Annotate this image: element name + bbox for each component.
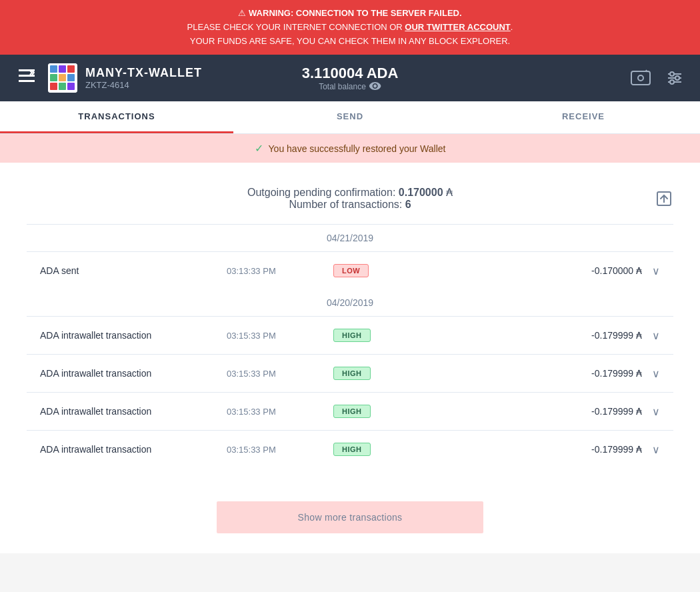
- tab-receive[interactable]: RECEIVE: [467, 101, 700, 133]
- summary-container: Outgoing pending confirmation: 0.170000 …: [27, 176, 673, 224]
- transactions-area: 04/21/2019 ADA sent 03:13:33 PM LOW -0.1…: [27, 225, 673, 468]
- success-banner: ✓ You have successfully restored your Wa…: [0, 134, 700, 163]
- tx-badge: LOW: [333, 264, 400, 277]
- table-row[interactable]: ADA intrawallet transaction 03:15:33 PM …: [27, 316, 673, 354]
- tx-time: 03:15:33 PM: [227, 331, 333, 341]
- tx-name: ADA sent: [40, 265, 227, 276]
- tx-name: ADA intrawallet transaction: [40, 444, 227, 455]
- svg-point-14: [638, 75, 643, 81]
- nav-tabs: TRANSACTIONS SEND RECEIVE: [0, 101, 700, 134]
- wallet-name: MANY-TX-WALLET: [85, 66, 202, 80]
- tx-name: ADA intrawallet transaction: [40, 330, 227, 341]
- svg-rect-6: [67, 65, 75, 73]
- success-message: You have successfully restored your Wall…: [269, 143, 446, 154]
- tab-transactions[interactable]: TRANSACTIONS: [0, 101, 233, 133]
- badge-low: LOW: [333, 264, 369, 277]
- svg-rect-12: [67, 83, 75, 90]
- warning-line2-suffix: .: [511, 22, 513, 32]
- tx-amount: -0.179999 ₳: [591, 406, 642, 417]
- tx-amount: -0.179999 ₳: [591, 330, 642, 341]
- table-row[interactable]: ADA intrawallet transaction 03:15:33 PM …: [27, 392, 673, 430]
- svg-rect-10: [50, 83, 57, 90]
- svg-rect-2: [19, 80, 35, 82]
- svg-point-19: [675, 76, 679, 80]
- svg-point-18: [670, 72, 674, 76]
- menu-icon[interactable]: [13, 69, 40, 87]
- tx-count-summary: Number of transactions: 6: [289, 199, 411, 211]
- svg-rect-1: [19, 75, 35, 77]
- svg-rect-9: [67, 74, 75, 81]
- warning-icon: ⚠: [238, 8, 246, 18]
- chevron-down-icon[interactable]: ∨: [652, 443, 660, 456]
- header-center: 3.110004 ADA Total balance: [302, 65, 399, 92]
- main-content: Outgoing pending confirmation: 0.170000 …: [0, 163, 700, 481]
- wallet-id: ZKTZ-4614: [85, 80, 202, 90]
- warning-line2-prefix: PLEASE CHECK YOUR INTERNET CONNECTION OR: [187, 22, 405, 32]
- wallet-settings-icon[interactable]: [629, 66, 653, 90]
- tx-time: 03:15:33 PM: [227, 369, 333, 379]
- chevron-down-icon[interactable]: ∨: [652, 367, 660, 380]
- tx-time: 03:15:33 PM: [227, 407, 333, 417]
- tx-badge: HIGH: [333, 367, 400, 380]
- svg-rect-5: [59, 65, 66, 73]
- badge-high: HIGH: [333, 405, 371, 418]
- badge-high: HIGH: [333, 329, 371, 342]
- show-more-button[interactable]: Show more transactions: [217, 501, 483, 533]
- tx-time: 03:15:33 PM: [227, 445, 333, 455]
- svg-rect-13: [631, 71, 650, 85]
- warning-title: WARNING: CONNECTION TO THE SERVER FAILED…: [249, 8, 461, 18]
- balance-label: Total balance: [302, 82, 399, 92]
- tx-amount: -0.170000 ₳: [591, 265, 642, 276]
- warning-line3: YOUR FUNDS ARE SAFE, YOU CAN CHECK THEM …: [13, 35, 687, 49]
- date-label: 04/20/2019: [27, 289, 673, 316]
- svg-point-20: [670, 80, 674, 84]
- header: MANY-TX-WALLET ZKTZ-4614 3.110004 ADA To…: [0, 55, 700, 101]
- show-more-container: Show more transactions: [0, 481, 700, 553]
- warning-banner: ⚠ WARNING: CONNECTION TO THE SERVER FAIL…: [0, 0, 700, 55]
- pending-amount: 0.170000: [399, 187, 443, 198]
- balance-amount: 3.110004 ADA: [302, 65, 399, 82]
- badge-high: HIGH: [333, 367, 371, 380]
- tx-badge: HIGH: [333, 443, 400, 456]
- table-row[interactable]: ADA intrawallet transaction 03:15:33 PM …: [27, 430, 673, 468]
- export-icon[interactable]: [655, 189, 673, 211]
- table-row[interactable]: ADA intrawallet transaction 03:15:33 PM …: [27, 354, 673, 392]
- tx-time: 03:13:33 PM: [227, 266, 333, 276]
- twitter-link[interactable]: OUR TWITTER ACCOUNT: [405, 22, 510, 32]
- tx-amount: -0.179999 ₳: [591, 444, 642, 455]
- tx-name: ADA intrawallet transaction: [40, 406, 227, 417]
- success-icon: ✓: [255, 142, 263, 155]
- tab-send[interactable]: SEND: [233, 101, 467, 133]
- svg-rect-7: [50, 74, 57, 81]
- ada-symbol-pending: ₳: [446, 187, 453, 198]
- tx-count-value: 6: [405, 199, 411, 210]
- table-row[interactable]: ADA sent 03:13:33 PM LOW -0.170000 ₳ ∨: [27, 251, 673, 289]
- date-label: 04/21/2019: [27, 225, 673, 251]
- svg-rect-4: [50, 65, 57, 73]
- svg-rect-8: [59, 74, 66, 81]
- svg-rect-11: [59, 83, 66, 90]
- header-right: [629, 66, 687, 90]
- chevron-down-icon[interactable]: ∨: [652, 265, 660, 277]
- tx-badge: HIGH: [333, 405, 400, 418]
- badge-high: HIGH: [333, 443, 371, 456]
- chevron-down-icon[interactable]: ∨: [652, 405, 660, 418]
- wallet-icon: [48, 63, 77, 93]
- settings-icon[interactable]: [663, 66, 687, 90]
- header-left: MANY-TX-WALLET ZKTZ-4614: [13, 63, 202, 93]
- tx-name: ADA intrawallet transaction: [40, 368, 227, 379]
- wallet-name-section: MANY-TX-WALLET ZKTZ-4614: [85, 66, 202, 90]
- pending-summary: Outgoing pending confirmation: 0.170000 …: [247, 186, 453, 199]
- eye-icon[interactable]: [369, 82, 381, 92]
- chevron-down-icon[interactable]: ∨: [652, 329, 660, 342]
- tx-badge: HIGH: [333, 329, 400, 342]
- tx-amount: -0.179999 ₳: [591, 368, 642, 379]
